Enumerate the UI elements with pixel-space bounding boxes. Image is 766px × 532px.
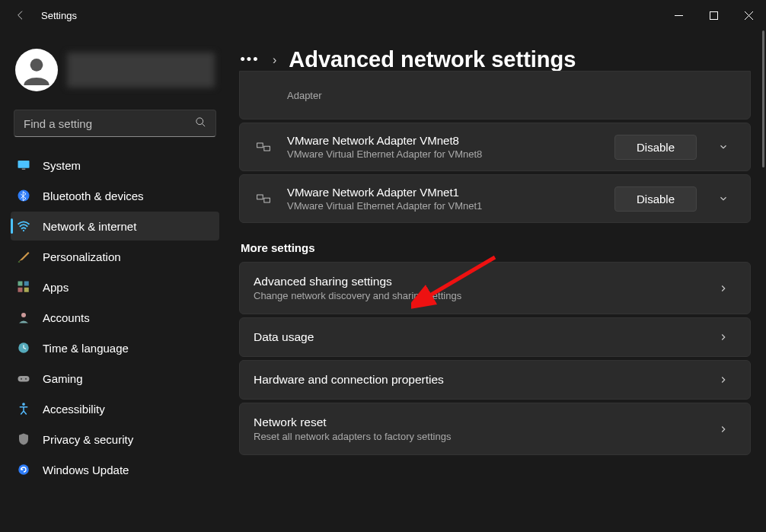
nav-label: Time & language bbox=[43, 342, 129, 355]
nav-label: Accessibility bbox=[43, 403, 105, 416]
svg-line-6 bbox=[202, 123, 205, 126]
chevron-right-icon: › bbox=[273, 53, 276, 67]
link-title: Data usage bbox=[254, 330, 710, 344]
nav-personalization[interactable]: Personalization bbox=[11, 242, 219, 271]
svg-point-19 bbox=[25, 378, 27, 380]
nav-label: System bbox=[43, 159, 81, 172]
svg-point-5 bbox=[196, 117, 203, 124]
adapter-card[interactable]: VMware Network Adapter VMnet8 VMware Vir… bbox=[239, 123, 751, 171]
nav-accessibility[interactable]: Accessibility bbox=[11, 394, 219, 423]
svg-point-20 bbox=[22, 403, 25, 406]
nav-time[interactable]: Time & language bbox=[11, 333, 219, 362]
nav-accounts[interactable]: Accounts bbox=[11, 303, 219, 332]
shield-icon bbox=[15, 431, 32, 448]
nav-update[interactable]: Windows Update bbox=[11, 455, 219, 484]
bluetooth-icon bbox=[15, 187, 32, 204]
search-box[interactable] bbox=[14, 110, 216, 137]
svg-rect-7 bbox=[18, 161, 30, 168]
link-subtitle: Reset all network adapters to factory se… bbox=[254, 431, 710, 442]
link-title: Advanced sharing settings bbox=[254, 275, 710, 288]
adapter-title: VMware Network Adapter VMnet8 bbox=[287, 134, 601, 147]
profile-name-redacted bbox=[67, 53, 215, 88]
expand-chevron[interactable] bbox=[710, 142, 736, 152]
window-controls bbox=[661, 0, 766, 30]
link-title: Network reset bbox=[254, 416, 710, 429]
adapter-card[interactable]: VMware Network Adapter VMnet1 VMware Vir… bbox=[239, 174, 751, 223]
app-title: Settings bbox=[41, 10, 77, 21]
nav-label: Windows Update bbox=[43, 464, 129, 476]
chevron-right-icon bbox=[710, 424, 736, 435]
svg-point-21 bbox=[18, 464, 29, 475]
breadcrumb: ••• › Advanced network settings bbox=[239, 47, 751, 72]
search-icon bbox=[195, 116, 206, 131]
chevron-right-icon bbox=[710, 283, 736, 294]
maximize-button[interactable] bbox=[696, 0, 731, 30]
paintbrush-icon bbox=[15, 248, 32, 265]
svg-rect-14 bbox=[24, 288, 29, 292]
svg-rect-24 bbox=[257, 195, 263, 199]
svg-rect-22 bbox=[257, 143, 263, 148]
apps-icon bbox=[15, 279, 32, 295]
back-button[interactable] bbox=[14, 8, 27, 22]
nav-bluetooth[interactable]: Bluetooth & devices bbox=[11, 181, 219, 210]
disable-button[interactable]: Disable bbox=[614, 135, 697, 160]
chevron-right-icon bbox=[710, 332, 736, 342]
nav-label: Accounts bbox=[43, 311, 90, 324]
adapter-subtitle: VMware Virtual Ethernet Adapter for VMne… bbox=[287, 148, 601, 160]
profile-block[interactable] bbox=[11, 46, 219, 107]
accessibility-icon bbox=[15, 400, 32, 417]
main-content: ••• › Advanced network settings Adapter … bbox=[228, 30, 766, 532]
avatar bbox=[15, 49, 58, 91]
link-subtitle: Change network discovery and sharing set… bbox=[254, 290, 710, 301]
section-heading-more: More settings bbox=[241, 241, 749, 254]
nav-list: System Bluetooth & devices Network & int… bbox=[11, 151, 219, 484]
svg-point-18 bbox=[21, 378, 22, 380]
svg-rect-25 bbox=[264, 198, 270, 202]
svg-point-4 bbox=[30, 59, 43, 72]
scrollbar-thumb[interactable] bbox=[762, 30, 764, 167]
svg-rect-12 bbox=[24, 282, 29, 286]
nav-label: Bluetooth & devices bbox=[43, 190, 144, 202]
search-input[interactable] bbox=[24, 117, 195, 130]
svg-point-10 bbox=[23, 230, 24, 231]
nav-network[interactable]: Network & internet bbox=[11, 212, 219, 241]
adapter-title: VMware Network Adapter VMnet1 bbox=[287, 186, 601, 199]
nav-label: Privacy & security bbox=[43, 433, 133, 446]
person-icon bbox=[15, 309, 32, 326]
nav-label: Network & internet bbox=[43, 220, 136, 233]
svg-point-15 bbox=[21, 313, 26, 317]
gamepad-icon bbox=[15, 370, 32, 387]
nav-system[interactable]: System bbox=[11, 151, 219, 180]
link-title: Hardware and connection properties bbox=[254, 373, 710, 387]
adapter-subtitle: VMware Virtual Ethernet Adapter for VMne… bbox=[287, 200, 601, 212]
disable-button[interactable]: Disable bbox=[614, 186, 697, 212]
svg-rect-11 bbox=[18, 282, 23, 286]
svg-rect-8 bbox=[22, 169, 26, 170]
nav-privacy[interactable]: Privacy & security bbox=[11, 425, 219, 454]
svg-rect-17 bbox=[18, 376, 30, 382]
adapter-card[interactable]: Adapter Disable bbox=[239, 71, 751, 119]
link-network-reset[interactable]: Network reset Reset all network adapters… bbox=[239, 403, 751, 455]
link-hardware-properties[interactable]: Hardware and connection properties bbox=[239, 360, 751, 400]
update-icon bbox=[15, 461, 32, 478]
nav-gaming[interactable]: Gaming bbox=[11, 364, 219, 393]
nav-label: Personalization bbox=[43, 250, 121, 263]
page-title: Advanced network settings bbox=[289, 47, 576, 72]
link-data-usage[interactable]: Data usage bbox=[239, 317, 751, 357]
link-advanced-sharing[interactable]: Advanced sharing settings Change network… bbox=[239, 262, 751, 314]
close-button[interactable] bbox=[731, 0, 766, 30]
expand-chevron[interactable] bbox=[710, 193, 736, 204]
nav-label: Gaming bbox=[43, 372, 83, 385]
monitor-icon bbox=[15, 157, 32, 174]
chevron-right-icon bbox=[710, 374, 736, 385]
nav-label: Apps bbox=[43, 281, 69, 294]
wifi-icon bbox=[15, 218, 32, 234]
ethernet-icon bbox=[254, 191, 273, 206]
adapter-subtitle: Adapter bbox=[287, 90, 601, 101]
minimize-button[interactable] bbox=[661, 0, 696, 30]
breadcrumb-ellipsis-button[interactable]: ••• bbox=[239, 49, 260, 71]
sidebar: System Bluetooth & devices Network & int… bbox=[0, 30, 228, 532]
nav-apps[interactable]: Apps bbox=[11, 272, 219, 301]
svg-rect-23 bbox=[264, 146, 270, 151]
svg-rect-1 bbox=[710, 11, 717, 19]
